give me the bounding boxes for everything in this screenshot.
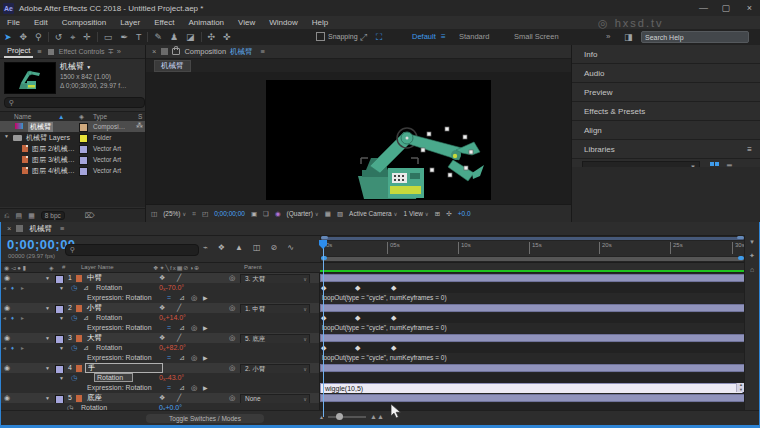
label-swatch[interactable] bbox=[79, 167, 88, 176]
expression-text[interactable]: loopOut(type = "cycle", numKeyframes = 0… bbox=[322, 354, 447, 361]
composition-flowchart-icon[interactable]: ⌁ bbox=[203, 243, 208, 252]
prev-keyframe-icon[interactable]: ◄ bbox=[2, 313, 7, 323]
snapping-checkbox[interactable] bbox=[316, 32, 325, 41]
rotate-tool[interactable]: ↺ bbox=[51, 30, 67, 45]
camera-dropdown[interactable]: Active Camera ∨ bbox=[349, 210, 397, 217]
maximize-button[interactable]: ▢ bbox=[721, 2, 730, 14]
expand-arrow-icon[interactable]: ▼ bbox=[45, 333, 50, 343]
workspace-small-screen[interactable]: Small Screen bbox=[514, 32, 559, 41]
zoom-slider-track[interactable] bbox=[328, 416, 366, 418]
folder-expand-icon[interactable]: ▼ bbox=[4, 133, 9, 139]
keyframe-indicator-icon[interactable]: ♦ bbox=[11, 313, 14, 323]
lock-icon[interactable] bbox=[172, 48, 180, 55]
menu-layer[interactable]: Layer bbox=[113, 18, 147, 27]
switch-slash-icon[interactable]: ╱ bbox=[177, 333, 181, 343]
hand-tool[interactable]: ✥ bbox=[16, 30, 32, 45]
column-s[interactable]: S bbox=[138, 113, 142, 120]
stopwatch-icon[interactable]: ◷ bbox=[71, 343, 77, 353]
prev-keyframe-icon[interactable]: ◄ bbox=[2, 283, 7, 293]
item-name[interactable]: 图层 3/机械… bbox=[32, 155, 75, 165]
comp-marker-bin-icon[interactable]: ▾ bbox=[745, 235, 759, 249]
expression-row[interactable]: Expression: Rotation = ⊿ ◎ ▶ loopOut(typ… bbox=[1, 353, 745, 363]
tab-project[interactable]: Project bbox=[4, 45, 33, 58]
panel-info[interactable]: Info bbox=[572, 45, 760, 64]
new-comp-icon[interactable]: ▦ bbox=[28, 212, 35, 220]
next-keyframe-icon[interactable]: ► bbox=[20, 313, 25, 323]
expression-pick-whip-icon[interactable]: ◎ bbox=[191, 323, 197, 333]
stopwatch-icon[interactable]: ◷ bbox=[71, 283, 77, 293]
interpret-footage-icon[interactable]: ⎌ bbox=[4, 212, 10, 220]
expand-arrow-icon[interactable]: ▼ bbox=[45, 363, 50, 373]
layer-name[interactable]: 中臂 bbox=[87, 273, 102, 283]
target-region-icon[interactable]: ▦ bbox=[325, 210, 331, 218]
stopwatch-icon[interactable]: ◷ bbox=[71, 313, 77, 323]
item-name[interactable]: 机械臂 bbox=[28, 122, 53, 132]
resolution-dropdown[interactable]: (Quarter) ∨ bbox=[287, 210, 319, 217]
zoom-tool[interactable]: ⚲ bbox=[31, 30, 46, 45]
menu-window[interactable]: Window bbox=[262, 18, 304, 27]
timeline-tab[interactable]: 机械臂 bbox=[29, 224, 52, 234]
panel-menu-icon[interactable]: ≡ bbox=[37, 47, 41, 56]
graph-icon[interactable]: ⊿ bbox=[83, 283, 89, 293]
eraser-tool[interactable]: ◪ bbox=[182, 30, 199, 45]
menu-view[interactable]: View bbox=[231, 18, 262, 27]
expression-row[interactable]: Expression: Rotation = ⊿ ◎ ▶ wiggle(10,5… bbox=[1, 383, 745, 393]
panel-audio[interactable]: Audio bbox=[572, 64, 760, 83]
expression-pick-whip-icon[interactable]: ◎ bbox=[191, 353, 197, 363]
expand-arrow-icon[interactable]: ▼ bbox=[45, 303, 50, 313]
new-folder-icon[interactable]: ▤ bbox=[16, 212, 23, 220]
layer-name[interactable]: 底座 bbox=[87, 393, 102, 403]
expand-arrow-icon[interactable]: ▼ bbox=[45, 393, 50, 403]
type-tool[interactable]: T bbox=[132, 30, 146, 45]
workspace-default[interactable]: Default bbox=[412, 32, 436, 41]
choose-grid-icon[interactable]: ⌗ bbox=[192, 210, 196, 218]
expression-graph-icon[interactable]: ⊿ bbox=[179, 323, 185, 333]
clone-stamp-tool[interactable]: ♟ bbox=[166, 30, 182, 45]
property-name[interactable]: Rotation bbox=[96, 343, 122, 353]
expression-menu-icon[interactable]: ▶ bbox=[203, 293, 208, 303]
panel-menu-icon[interactable]: ≡ bbox=[60, 224, 64, 233]
comp-tab[interactable]: 机械臂 bbox=[154, 60, 191, 72]
quality-switch-icon[interactable]: ❖ bbox=[159, 303, 165, 313]
keyframe-icon[interactable]: ◆ bbox=[355, 314, 360, 322]
search-help-input[interactable]: Search Help bbox=[641, 31, 749, 43]
motion-blur-icon[interactable]: ⊘ bbox=[270, 243, 277, 252]
draft-3d-icon[interactable]: ❖ bbox=[218, 243, 225, 252]
next-keyframe-icon[interactable]: ► bbox=[20, 283, 25, 293]
label-swatch[interactable] bbox=[79, 123, 88, 132]
bit-depth[interactable]: 8 bpc bbox=[41, 211, 65, 220]
next-keyframe-icon[interactable]: ► bbox=[20, 343, 25, 353]
magnification-dropdown[interactable]: (25%) ∨ bbox=[163, 210, 186, 217]
expression-text[interactable]: loopOut(type = "cycle", numKeyframes = 0… bbox=[322, 294, 447, 301]
switch-slash-icon[interactable]: ╱ bbox=[177, 273, 181, 283]
menu-file[interactable]: File bbox=[0, 18, 27, 27]
rotation-property-row[interactable]: ▼ ◷ Rotation 0x-43.0° bbox=[1, 373, 745, 383]
menu-effect[interactable]: Effect bbox=[147, 18, 181, 27]
item-name[interactable]: 图层 4/机械… bbox=[32, 166, 75, 176]
expression-enable-icon[interactable]: = bbox=[167, 293, 171, 303]
fast-previews-icon[interactable]: ✣ bbox=[446, 210, 451, 218]
layer-row[interactable]: ◉ ▼ 5 底座 ❖ ╱ ◎ None∨ bbox=[1, 393, 745, 403]
project-row-vector[interactable]: 图层 2/机械… Vector Art bbox=[0, 143, 145, 154]
eye-toggle[interactable]: ◉ bbox=[4, 333, 10, 343]
parent-column[interactable]: Parent bbox=[244, 264, 262, 270]
layer-name[interactable]: 大臂 bbox=[87, 333, 102, 343]
project-row-vector[interactable]: 图层 4/机械… Vector Art bbox=[0, 165, 145, 176]
layer-name-edit-input[interactable] bbox=[85, 363, 163, 373]
label-column-icon[interactable]: ◈ bbox=[79, 113, 84, 121]
layer-duration-bar[interactable] bbox=[320, 394, 745, 402]
project-row-vector[interactable]: 图层 3/机械… Vector Art bbox=[0, 154, 145, 165]
panel-effects-presets[interactable]: Effects & Presets bbox=[572, 102, 760, 121]
column-type[interactable]: Type bbox=[93, 113, 107, 120]
keyframe-icon[interactable]: ◆ bbox=[355, 344, 360, 352]
camera-tool[interactable]: ⌖ bbox=[66, 30, 79, 45]
timeline-zoom-control[interactable]: ▲ ▲▲ bbox=[319, 413, 384, 420]
property-name[interactable]: Rotation bbox=[96, 283, 122, 293]
expression-pick-whip-icon[interactable]: ◎ bbox=[191, 293, 197, 303]
tab-overflow-icon[interactable]: » bbox=[117, 47, 121, 56]
graph-editor-icon[interactable]: ∿ bbox=[287, 243, 294, 252]
composition-viewport[interactable] bbox=[266, 80, 491, 200]
camera-marker-icon[interactable]: ⌂ bbox=[745, 263, 759, 277]
brush-tool[interactable]: ✎ bbox=[150, 30, 166, 45]
keyframe-icon[interactable]: ◆ bbox=[391, 284, 396, 292]
